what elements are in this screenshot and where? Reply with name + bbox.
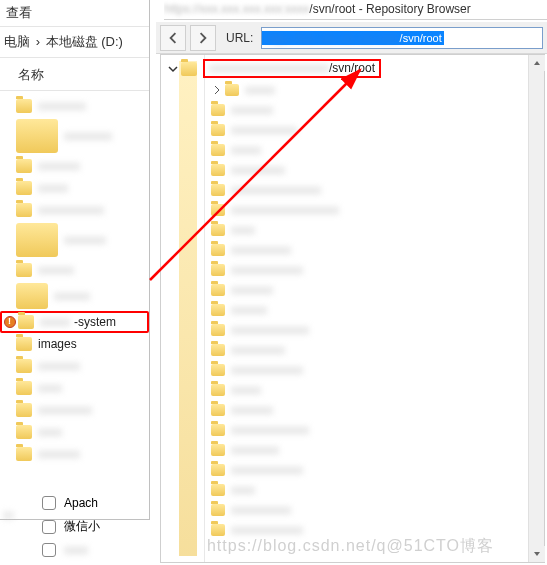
list-item[interactable]: xxxxxxx xyxy=(0,221,149,259)
list-item[interactable]: xxxxxxx xyxy=(211,101,526,119)
folder-icon xyxy=(211,484,225,496)
folder-icon xyxy=(16,203,32,217)
checkbox-icon xyxy=(42,543,56,557)
folder-icon xyxy=(211,144,225,156)
list-item[interactable]: xxxxx xyxy=(0,177,149,199)
folder-icon xyxy=(225,84,239,96)
folder-icon xyxy=(16,425,32,439)
list-item[interactable]: xxxx xyxy=(211,481,526,499)
folder-icon xyxy=(16,159,32,173)
checkbox-apache[interactable]: Apach xyxy=(42,492,100,514)
folder-label-system: -system xyxy=(74,315,116,329)
folder-label: images xyxy=(38,337,77,351)
list-item-system-highlight[interactable]: xxxxx -system xyxy=(0,311,149,333)
list-item[interactable]: xxxxx xyxy=(211,141,526,159)
list-item[interactable]: xxxxxxx xyxy=(0,155,149,177)
list-item[interactable]: xxxxxxxxxxxxxxxxxx xyxy=(211,201,526,219)
checkbox-icon xyxy=(42,496,56,510)
folder-icon xyxy=(211,464,225,476)
list-item[interactable]: xxxxxxxx xyxy=(211,441,526,459)
folder-icon xyxy=(211,184,225,196)
list-item[interactable]: xxxxxxx xyxy=(0,443,149,465)
list-item[interactable]: xxxxxxxxxxxx xyxy=(211,261,526,279)
url-visible-path: /svn/root xyxy=(400,32,442,44)
folder-icon xyxy=(16,263,32,277)
checkbox-label: 微信小 xyxy=(64,518,100,535)
checkbox-icon xyxy=(42,520,56,534)
list-item[interactable]: xxxxxxxxxx xyxy=(211,241,526,259)
folder-icon xyxy=(211,504,225,516)
folder-icon xyxy=(16,403,32,417)
folder-icon xyxy=(16,119,58,153)
toolbar: URL: https://xxx.xxx.xxx.xxx:xxxx/svn/ro… xyxy=(156,22,547,54)
arrow-right-icon xyxy=(197,32,209,44)
menu-view[interactable]: 查看 xyxy=(0,0,149,26)
folder-icon xyxy=(211,204,225,216)
folder-icon xyxy=(211,104,225,116)
list-item[interactable]: xxxxx xyxy=(211,381,526,399)
forward-button[interactable] xyxy=(190,25,216,51)
folder-icon xyxy=(181,62,197,76)
list-item-images[interactable]: images xyxy=(0,333,149,355)
list-item[interactable]: xxxxxx xyxy=(0,259,149,281)
checkbox-wechat[interactable]: 微信小 xyxy=(42,514,100,539)
list-item[interactable]: xxxxxxxxxxxx xyxy=(211,461,526,479)
tree-root-row[interactable]: xxxxxxxxxxxxxxxxxxxx /svn/root xyxy=(167,59,528,78)
tree-root-highlight: xxxxxxxxxxxxxxxxxxxx /svn/root xyxy=(203,59,381,78)
list-item[interactable]: xxxxxxx xyxy=(211,401,526,419)
url-input[interactable]: https://xxx.xxx.xxx.xxx:xxxx/svn/root xyxy=(261,27,543,49)
checkbox-item[interactable]: xxxx xyxy=(42,539,100,561)
folder-icon xyxy=(16,181,32,195)
list-item[interactable]: xxxxx xyxy=(211,81,526,99)
chevron-down-icon[interactable] xyxy=(167,63,179,75)
url-label: URL: xyxy=(226,31,253,45)
list-item[interactable]: xxxxxxxxxxx xyxy=(211,121,526,139)
list-item[interactable]: xxxxxxxxxxx xyxy=(0,199,149,221)
checkbox-label: Apach xyxy=(64,496,98,510)
breadcrumb-pc[interactable]: 电脑 xyxy=(4,34,30,49)
list-item[interactable]: xxxxxx xyxy=(211,301,526,319)
folder-icon xyxy=(211,364,225,376)
list-item[interactable]: xxxxxxx xyxy=(211,281,526,299)
back-button[interactable] xyxy=(160,25,186,51)
list-item[interactable]: xxxxxxxxxxxxx xyxy=(211,321,526,339)
breadcrumb-drive[interactable]: 本地磁盘 (D:) xyxy=(46,34,123,49)
list-item[interactable]: xxxxxxx xyxy=(0,355,149,377)
chevron-right-icon: › xyxy=(36,34,40,49)
tree-root-label: /svn/root xyxy=(329,61,375,75)
list-item[interactable]: xxxxxx xyxy=(0,281,149,311)
folder-icon xyxy=(211,264,225,276)
scroll-down-button[interactable] xyxy=(529,546,545,562)
folder-icon xyxy=(16,359,32,373)
list-item[interactable]: xxxxxxxxxxxx xyxy=(211,521,526,539)
folder-icon xyxy=(16,283,48,309)
scroll-up-button[interactable] xyxy=(529,55,545,71)
folder-icon xyxy=(211,384,225,396)
folder-icon xyxy=(16,381,32,395)
tree-strip xyxy=(179,61,197,556)
list-item[interactable]: xxxxxxxxxxxxxxx xyxy=(211,181,526,199)
list-item[interactable]: xxxxxxxx xyxy=(0,95,149,117)
scrollbar[interactable] xyxy=(528,55,544,562)
list-item[interactable]: xxxxxxxxx xyxy=(0,399,149,421)
list-item[interactable]: xxxxxxxx xyxy=(0,117,149,155)
list-item[interactable]: xxxxxxxxxxxxx xyxy=(211,421,526,439)
chevron-right-icon[interactable] xyxy=(211,84,223,96)
folder-icon xyxy=(211,284,225,296)
list-item[interactable]: xxxx xyxy=(0,377,149,399)
list-item[interactable]: xxxx xyxy=(211,221,526,239)
folder-icon xyxy=(211,304,225,316)
folder-icon xyxy=(211,244,225,256)
arrow-left-icon xyxy=(167,32,179,44)
list-item[interactable]: xxxxxxxxx xyxy=(211,341,526,359)
breadcrumb: 电脑 › 本地磁盘 (D:) xyxy=(0,26,149,58)
list-item[interactable]: xxxxxxxxxxxx xyxy=(211,361,526,379)
list-item[interactable]: xxxxxxxxxx xyxy=(211,501,526,519)
file-list: xxxxxxxx xxxxxxxx xxxxxxx xxxxx xxxxxxxx… xyxy=(0,91,149,527)
folder-icon xyxy=(16,223,58,257)
list-item[interactable]: xxxxxxxxx xyxy=(211,161,526,179)
folder-icon xyxy=(211,164,225,176)
folder-icon xyxy=(211,424,225,436)
list-item[interactable]: xxxx xyxy=(0,421,149,443)
column-header-name[interactable]: 名称 xyxy=(0,58,149,91)
